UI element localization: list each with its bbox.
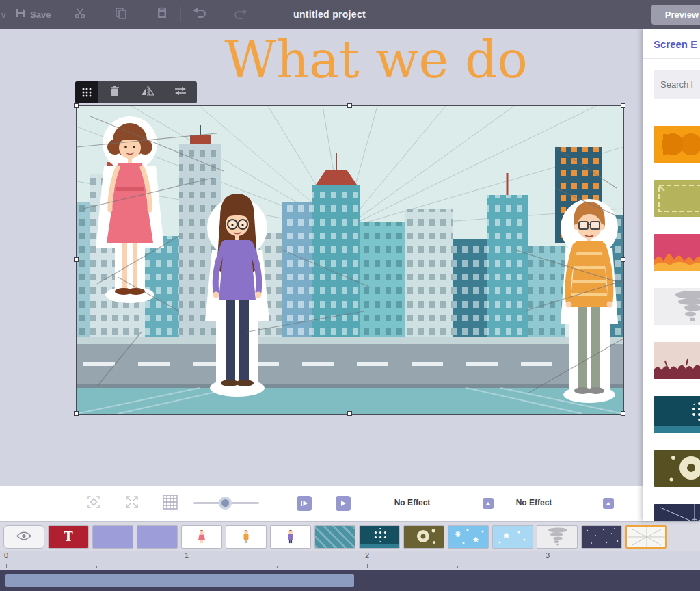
object-toolbar [75, 81, 197, 103]
layers-strip: T [0, 521, 700, 551]
horizontal-scrollbar[interactable] [0, 570, 700, 591]
swap-object-button[interactable] [164, 81, 197, 103]
paste-icon [157, 7, 167, 22]
timeline-ruler: 0 1 2 3 [0, 551, 700, 570]
effect-thumb-sketch-frame[interactable] [654, 180, 700, 217]
layer-thumb-shape-2[interactable] [137, 525, 178, 549]
selection-handle-e[interactable] [621, 257, 625, 262]
preview-button[interactable]: Preview [651, 5, 700, 25]
search-box[interactable] [654, 70, 700, 98]
flip-object-button[interactable] [131, 81, 164, 103]
effect-out-toggle-button[interactable] [603, 498, 614, 509]
redo-button[interactable] [229, 4, 252, 25]
layer-thumb-character-purple[interactable] [270, 525, 311, 549]
ruler-mark: 0 [4, 551, 8, 560]
scrollbar-thumb[interactable] [5, 574, 354, 587]
expand-icon [124, 494, 140, 513]
layer-thumb-character-pink[interactable] [181, 525, 222, 549]
redo-icon [233, 9, 248, 20]
effect-in-dropdown[interactable]: No Effect [379, 498, 445, 508]
scene-street [77, 337, 623, 414]
selection-handle-s[interactable] [347, 411, 352, 416]
app-window: v Save [0, 0, 700, 591]
layer-thumb-character-orange[interactable] [226, 525, 267, 549]
save-button[interactable]: Save [15, 8, 51, 21]
fit-screen-button[interactable] [124, 495, 140, 512]
undo-button[interactable] [188, 4, 211, 25]
scissors-icon [74, 7, 86, 22]
effects-panel: Screen E [643, 29, 700, 521]
overflow-chevron[interactable]: v [1, 10, 8, 20]
grid-toggle-button[interactable] [163, 496, 178, 511]
panel-title: Screen E [643, 29, 700, 59]
paste-button[interactable] [150, 4, 174, 25]
selection-handle-sw[interactable] [74, 411, 79, 416]
layer-thumb-snow-2[interactable] [492, 525, 533, 549]
selection-handle-ne[interactable] [621, 103, 625, 108]
effect-thumb-fire[interactable] [654, 234, 700, 271]
effect-thumb-tornado[interactable] [654, 288, 700, 325]
layer-thumb-burst[interactable] [625, 525, 667, 549]
layer-thumb-shape-1[interactable] [92, 525, 133, 549]
drag-handle[interactable] [75, 81, 98, 103]
dots-decoration [360, 526, 399, 548]
undo-icon [192, 8, 207, 21]
effect-in-toggle-button[interactable] [483, 498, 494, 509]
layer-visibility-toggle[interactable] [3, 525, 44, 549]
ruler-mark: 3 [546, 551, 550, 560]
grid-icon [163, 495, 178, 512]
selection-handle-w[interactable] [74, 257, 79, 262]
ruler-mark: 1 [185, 551, 189, 560]
top-toolbar: v Save [0, 0, 700, 29]
selection-handle-n[interactable] [347, 103, 352, 108]
snow-decoration [448, 526, 488, 548]
copy-button[interactable] [109, 4, 133, 25]
focus-icon [85, 494, 102, 513]
character-orange-man[interactable] [561, 199, 618, 403]
layer-thumb-tornado[interactable] [537, 525, 578, 549]
step-frame-button[interactable] [297, 496, 312, 511]
layer-thumb-ink-splat[interactable] [403, 525, 444, 549]
layer-thumb-snow-1[interactable] [448, 525, 489, 549]
layer-thumb-dot-burst[interactable] [359, 525, 400, 549]
city-scene-image [77, 106, 623, 414]
play-button[interactable] [336, 496, 351, 511]
delete-object-button[interactable] [98, 81, 131, 103]
stage-selected-scene[interactable] [77, 106, 623, 414]
effect-thumb-orange-blobs[interactable] [654, 126, 700, 163]
swap-arrows-icon [174, 86, 187, 98]
search-input[interactable] [654, 79, 700, 90]
tornado-decoration [537, 526, 577, 548]
effect-thumb-shatter[interactable] [654, 504, 700, 521]
save-icon [15, 8, 26, 21]
eye-icon [16, 531, 31, 543]
layer-thumb-night[interactable] [581, 525, 622, 549]
layer-thumb-text[interactable]: T [48, 525, 89, 549]
effect-thumb-dot-burst[interactable] [654, 396, 700, 433]
mini-character-pink [197, 527, 206, 547]
effect-out-dropdown[interactable]: No Effect [501, 498, 567, 508]
layer-thumb-teal-stripes[interactable] [314, 525, 355, 549]
effects-list [643, 126, 700, 521]
mini-character-purple [286, 527, 295, 547]
canvas-heading-text[interactable]: What we do [154, 30, 598, 89]
effect-thumb-crowd[interactable] [654, 342, 700, 379]
burst-decoration [627, 526, 665, 548]
trash-icon [110, 86, 120, 99]
project-title[interactable]: untitled project [0, 9, 659, 20]
stars-decoration [582, 526, 621, 548]
mini-character-orange [241, 527, 251, 547]
copy-icon [115, 7, 127, 22]
arrow-up-icon [485, 497, 492, 510]
save-label: Save [30, 10, 51, 20]
ruler-mark: 2 [365, 551, 369, 560]
selection-handle-se[interactable] [621, 411, 625, 416]
play-icon [340, 497, 347, 510]
splat-decoration [404, 526, 444, 548]
selection-handle-nw[interactable] [74, 103, 79, 108]
center-view-button[interactable] [85, 495, 102, 512]
effect-thumb-ink-splat[interactable] [654, 450, 700, 487]
zoom-slider-knob[interactable] [219, 497, 232, 510]
text-layer-glyph: T [64, 529, 72, 544]
cut-button[interactable] [68, 4, 92, 25]
